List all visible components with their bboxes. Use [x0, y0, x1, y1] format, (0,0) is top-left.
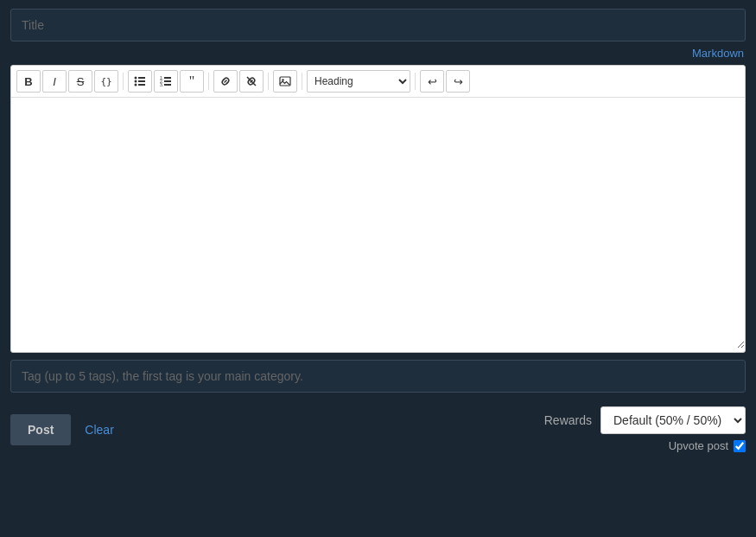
heading-select[interactable]: Heading H1 H2 H3 H4 H5 H6: [307, 70, 410, 93]
upvote-checkbox[interactable]: [734, 440, 746, 452]
link-button[interactable]: [213, 70, 238, 93]
redo-button[interactable]: ↪: [446, 70, 470, 93]
toolbar-separator-5: [415, 73, 416, 90]
editor-container: B I S {} 1. 2.: [10, 65, 746, 353]
bottom-bar: Post Clear Rewards Default (50% / 50%) P…: [10, 398, 746, 456]
toolbar-separator-2: [208, 73, 209, 90]
undo-button[interactable]: ↩: [420, 70, 444, 93]
rewards-select[interactable]: Default (50% / 50%) Power Up 100% Declin…: [600, 406, 746, 434]
ordered-list-button[interactable]: 1. 2. 3.: [154, 70, 178, 93]
upvote-row: Upvote post: [669, 439, 746, 452]
svg-point-16: [282, 79, 283, 80]
editor-textarea[interactable]: [11, 98, 745, 348]
quote-button[interactable]: ": [180, 70, 204, 93]
bold-button[interactable]: B: [16, 70, 41, 93]
svg-rect-7: [164, 77, 171, 79]
tag-input[interactable]: [10, 360, 746, 393]
svg-rect-5: [138, 84, 145, 86]
unlink-button[interactable]: [239, 70, 264, 93]
svg-text:3.: 3.: [160, 82, 163, 87]
right-actions: Rewards Default (50% / 50%) Power Up 100…: [544, 406, 746, 452]
svg-point-4: [135, 84, 137, 86]
clear-link[interactable]: Clear: [85, 423, 113, 437]
svg-point-2: [135, 80, 137, 83]
svg-rect-9: [164, 80, 171, 82]
toolbar-separator-3: [268, 73, 269, 90]
rewards-label: Rewards: [544, 413, 592, 427]
strikethrough-button[interactable]: S: [68, 70, 92, 93]
code-button[interactable]: {}: [94, 70, 118, 93]
title-input[interactable]: [10, 9, 746, 42]
toolbar-separator-4: [302, 73, 302, 90]
left-actions: Post Clear: [10, 414, 114, 445]
post-button[interactable]: Post: [10, 414, 71, 445]
upvote-label: Upvote post: [669, 439, 728, 452]
svg-rect-11: [164, 84, 171, 86]
svg-rect-1: [138, 77, 145, 79]
image-button[interactable]: [273, 70, 297, 93]
svg-line-12: [225, 80, 227, 83]
svg-point-0: [135, 77, 137, 80]
svg-rect-3: [138, 80, 145, 82]
markdown-link[interactable]: Markdown: [692, 47, 744, 60]
toolbar-separator-1: [123, 73, 124, 90]
unordered-list-button[interactable]: [128, 70, 152, 93]
italic-button[interactable]: I: [42, 70, 67, 93]
editor-toolbar: B I S {} 1. 2.: [11, 66, 745, 98]
rewards-row: Rewards Default (50% / 50%) Power Up 100…: [544, 406, 746, 434]
